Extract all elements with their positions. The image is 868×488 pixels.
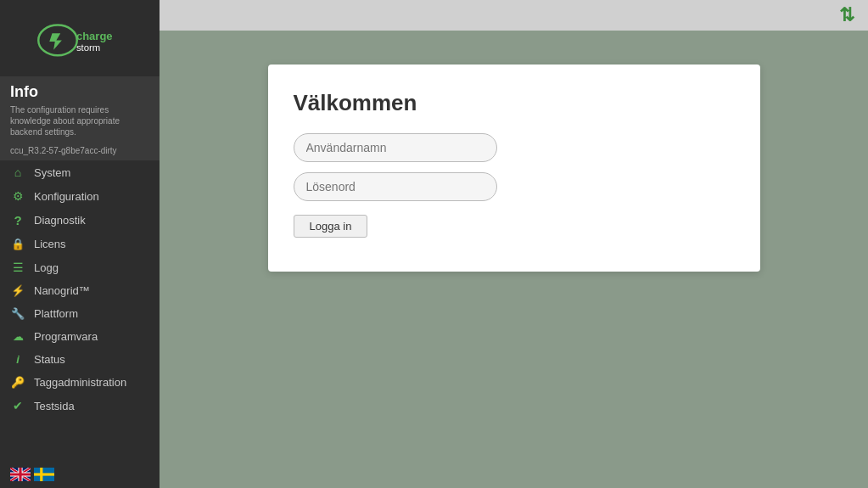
chargestorm-logo: charge storm	[25, 13, 135, 64]
login-card: Välkommen Logga in	[268, 65, 760, 272]
key-icon: 🔑	[10, 376, 25, 389]
svg-rect-6	[34, 473, 54, 475]
flag-en[interactable]	[10, 468, 31, 481]
sidebar-label-logg: Logg	[34, 261, 59, 274]
sidebar: charge storm Info The configuration requ…	[0, 0, 160, 488]
password-input[interactable]	[294, 172, 497, 201]
login-button[interactable]: Logga in	[294, 215, 368, 238]
home-icon: ⌂	[10, 165, 25, 179]
main-content: ⇅ Välkommen Logga in	[160, 0, 868, 488]
lock-icon: 🔒	[10, 238, 25, 250]
question-icon: ?	[10, 213, 25, 227]
info-title: Info	[10, 83, 149, 101]
sidebar-label-system: System	[34, 166, 70, 179]
username-input[interactable]	[294, 133, 497, 162]
version-text: ccu_R3.2-57-g8be7acc-dirty	[0, 144, 160, 160]
login-container: Välkommen Logga in	[160, 31, 868, 488]
svg-text:storm: storm	[76, 42, 100, 53]
sidebar-item-konfiguration[interactable]: ⚙ Konfiguration	[0, 184, 160, 208]
sidebar-label-nanogrid: Nanogrid™	[34, 284, 90, 297]
sidebar-label-taggadministration: Taggadministration	[34, 376, 126, 389]
flags-area	[0, 461, 160, 488]
sidebar-item-testsida[interactable]: ✔ Testsida	[0, 394, 160, 418]
sidebar-item-system[interactable]: ⌂ System	[0, 160, 160, 184]
sidebar-item-plattform[interactable]: 🔧 Plattform	[0, 302, 160, 325]
sidebar-label-diagnostik: Diagnostik	[34, 214, 86, 227]
welcome-title: Välkommen	[294, 90, 726, 116]
sort-icon[interactable]: ⇅	[839, 4, 854, 26]
gear-icon: ⚙	[10, 189, 25, 203]
info-section: Info The configuration requires knowledg…	[0, 76, 160, 144]
sidebar-item-logg[interactable]: ☰ Logg	[0, 255, 160, 279]
svg-text:charge: charge	[76, 30, 113, 42]
sidebar-label-status: Status	[34, 353, 65, 366]
sidebar-nav: ⌂ System ⚙ Konfiguration ? Diagnostik 🔒 …	[0, 160, 160, 418]
cloud-icon: ☁	[10, 330, 25, 343]
info-text: The configuration requires knowledge abo…	[10, 104, 149, 137]
sidebar-label-konfiguration: Konfiguration	[34, 190, 99, 203]
sidebar-item-nanogrid[interactable]: ⚡ Nanogrid™	[0, 279, 160, 302]
top-bar: ⇅	[160, 0, 868, 31]
sidebar-item-diagnostik[interactable]: ? Diagnostik	[0, 208, 160, 233]
sidebar-item-programvara[interactable]: ☁ Programvara	[0, 325, 160, 348]
info-icon: i	[10, 353, 25, 366]
sidebar-item-status[interactable]: i Status	[0, 348, 160, 371]
lightning-icon: ⚡	[10, 284, 25, 297]
wrench-icon: 🔧	[10, 307, 25, 320]
sidebar-item-taggadministration[interactable]: 🔑 Taggadministration	[0, 371, 160, 394]
flag-sv[interactable]	[34, 468, 54, 481]
check-icon: ✔	[10, 399, 25, 412]
sidebar-item-licens[interactable]: 🔒 Licens	[0, 233, 160, 255]
logo-area: charge storm	[0, 0, 160, 76]
sidebar-label-testsida: Testsida	[34, 400, 75, 412]
sidebar-label-programvara: Programvara	[34, 330, 98, 343]
sidebar-label-licens: Licens	[34, 238, 66, 250]
sidebar-label-plattform: Plattform	[34, 307, 78, 320]
list-icon: ☰	[10, 261, 25, 274]
